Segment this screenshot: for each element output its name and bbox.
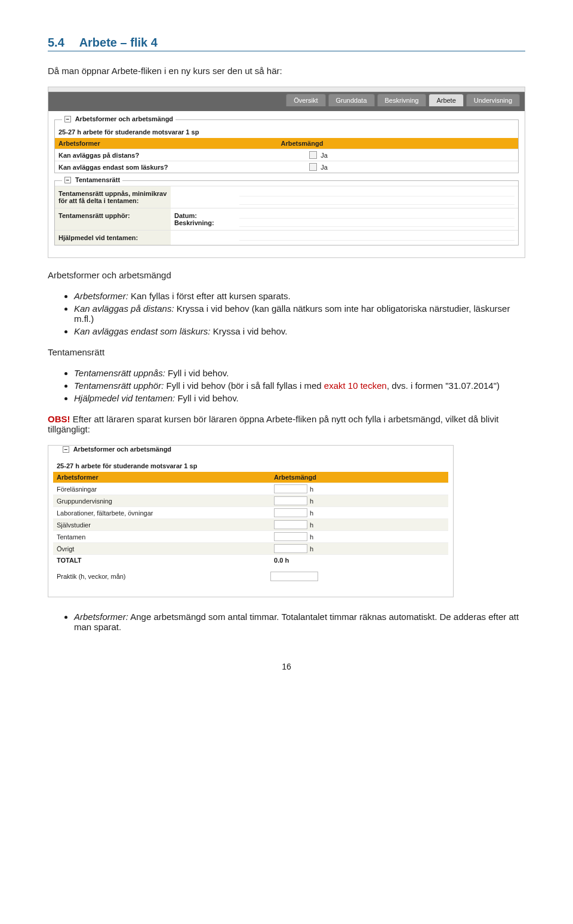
collapse-icon[interactable]: −: [64, 177, 71, 183]
bullets-tentamensratt: Tentamensrätt uppnås: Fyll i vid behov. …: [48, 368, 525, 403]
field-hjalpmedel[interactable]: [236, 231, 518, 245]
row-totalt: TOTALT 0.0 h: [53, 554, 448, 566]
option-text-ja-1: Ja: [321, 152, 328, 159]
table-row: Övrigth: [53, 542, 448, 554]
tab-grunddata[interactable]: Grunddata: [328, 94, 375, 106]
unit-label: h: [310, 498, 313, 505]
table-row: Föreläsningarh: [53, 483, 448, 495]
hours-input[interactable]: [274, 484, 307, 493]
checkbox-laskurs[interactable]: [309, 163, 317, 171]
fieldset-tentamensratt: − Tentamensrätt Tentamensrätt uppnås, mi…: [54, 180, 519, 245]
col-arbetsmangd-2: Arbetsmängd: [270, 472, 448, 483]
unit-label: h: [310, 486, 313, 493]
totalt-label: TOTALT: [53, 555, 270, 566]
window-chrome-bar: [48, 87, 525, 92]
row-label: Föreläsningar: [53, 484, 270, 495]
hours-input[interactable]: [274, 520, 307, 529]
label-datum: Datum:: [174, 212, 232, 219]
bullets-arbetsformer: Arbetsformer: Kan fyllas i först efter a…: [48, 291, 525, 336]
tab-bar: ÖversiktGrunddataBeskrivningArbeteUnderv…: [48, 92, 525, 111]
row-label: Laborationer, fältarbete, övningar: [53, 508, 270, 518]
table-row: Laborationer, fältarbete, övningarh: [53, 506, 448, 518]
input-praktik[interactable]: [270, 572, 318, 581]
sp-note-2: 25-27 h arbete för studerande motsvarar …: [53, 460, 448, 472]
field-tent-upphor[interactable]: [236, 208, 518, 230]
row-label: Gruppundervisning: [53, 496, 270, 506]
fieldset-title: Arbetsformer och arbetsmängd: [75, 115, 173, 122]
subheading-arbetsformer: Arbetsformer och arbetsmängd: [48, 270, 525, 280]
label-distans: Kan avläggas på distans?: [58, 152, 309, 159]
fieldset-legend: − Arbetsformer och arbetsmängd: [62, 115, 175, 122]
row-label: Självstudier: [53, 520, 270, 530]
collapse-icon[interactable]: −: [64, 116, 71, 122]
label-beskrivning: Beskrivning:: [174, 219, 232, 226]
col-arbetsformer: Arbetsformer: [55, 138, 277, 149]
table-row: Självstudierh: [53, 518, 448, 530]
heading-title: Arbete – flik 4: [79, 36, 158, 49]
heading-number: 5.4: [48, 36, 64, 49]
row-laskurs: Kan avläggas endast som läskurs? Ja: [55, 161, 518, 173]
row-label: Övrigt: [53, 544, 270, 554]
intro-paragraph: Då man öppnar Arbete-fliken i en ny kurs…: [48, 66, 525, 76]
unit-label: h: [310, 545, 313, 552]
fieldset-title-tent: Tentamensrätt: [75, 176, 120, 183]
fieldset-legend-2: − Arbetsformer och arbetsmängd: [60, 446, 174, 453]
columns-header: Arbetsformer Arbetsmängd: [55, 138, 518, 149]
label-hjalpmedel: Hjälpmedel vid tentamen:: [55, 231, 171, 245]
table-row: Tentamenh: [53, 530, 448, 542]
row-distans: Kan avläggas på distans? Ja: [55, 149, 518, 161]
label-praktik: Praktik (h, veckor, mån): [57, 573, 270, 580]
totalt-value: 0.0 h: [270, 555, 448, 565]
unit-label: h: [310, 509, 313, 517]
hours-input[interactable]: [274, 532, 307, 541]
field-tent-uppnas[interactable]: [236, 186, 518, 208]
row-label: Tentamen: [53, 532, 270, 542]
screenshot-arbete-tab: ÖversiktGrunddataBeskrivningArbeteUnderv…: [48, 87, 525, 258]
col-arbetsformer-2: Arbetsformer: [53, 472, 270, 483]
hours-input[interactable]: [274, 508, 307, 517]
fieldset-arbetsformer-2: − Arbetsformer och arbetsmängd 25-27 h a…: [53, 454, 448, 581]
checkbox-distans[interactable]: [309, 151, 317, 159]
collapse-icon[interactable]: −: [63, 446, 69, 453]
subheading-tentamensratt: Tentamensrätt: [48, 347, 525, 357]
label-tent-uppnas: Tentamensrätt uppnås, minimikrav för att…: [55, 186, 171, 208]
hours-input[interactable]: [274, 544, 307, 553]
fieldset-legend-tent: − Tentamensrätt: [62, 176, 122, 183]
label-tent-upphor: Tentamensrätt upphör:: [55, 208, 171, 230]
obs-label: OBS!: [48, 414, 70, 424]
sp-note: 25-27 h arbete för studerande motsvarar …: [55, 126, 518, 138]
row-praktik: Praktik (h, veckor, mån): [53, 566, 448, 581]
screenshot-arbetsmangd: − Arbetsformer och arbetsmängd 25-27 h a…: [48, 445, 454, 597]
table-row: Gruppundervisningh: [53, 495, 448, 506]
unit-label: h: [310, 533, 313, 541]
tab-undervisning[interactable]: Undervisning: [466, 94, 520, 106]
page-number: 16: [48, 662, 525, 671]
hours-table: Arbetsformer Arbetsmängd FöreläsningarhG…: [53, 472, 448, 566]
tab-beskrivning[interactable]: Beskrivning: [377, 94, 427, 106]
option-text-ja-2: Ja: [321, 164, 328, 171]
obs-paragraph: OBS! Efter att läraren sparat kursen bör…: [48, 414, 525, 434]
fieldset-arbetsformer: − Arbetsformer och arbetsmängd 25-27 h a…: [54, 119, 519, 173]
hours-input[interactable]: [274, 496, 307, 505]
tab-översikt[interactable]: Översikt: [286, 94, 325, 106]
label-laskurs: Kan avläggas endast som läskurs?: [58, 164, 309, 171]
col-arbetsmangd: Arbetsmängd: [277, 138, 518, 149]
tab-arbete[interactable]: Arbete: [429, 94, 463, 106]
section-heading: 5.4 Arbete – flik 4: [48, 36, 525, 51]
unit-label: h: [310, 521, 313, 529]
bullets-footer: Arbetsformer: Ange arbetsmängd som antal…: [48, 612, 525, 632]
columns-header-2: Arbetsformer Arbetsmängd: [53, 472, 448, 483]
fieldset-title-2: Arbetsformer och arbetsmängd: [73, 446, 171, 453]
